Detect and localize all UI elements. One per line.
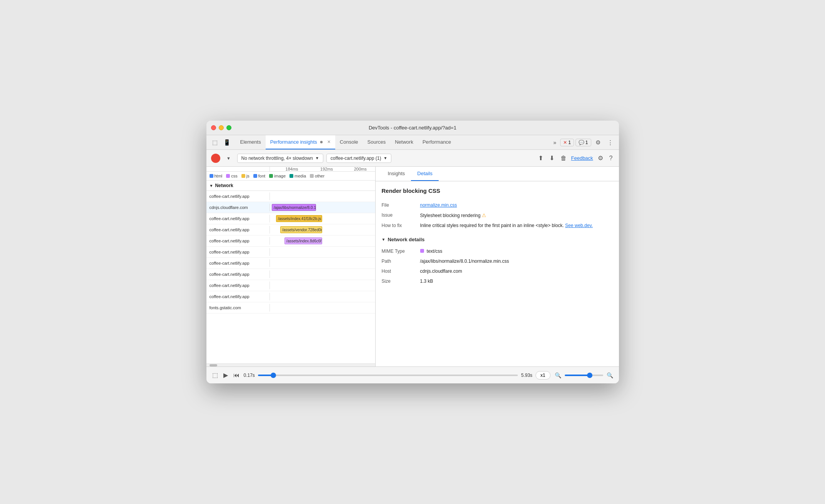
row-label: coffee-cart.netlify.app (206, 237, 270, 245)
upload-icon[interactable]: ⬆ (537, 153, 545, 163)
network-section[interactable]: ▼ Network coffee-cart.netlify.app cdnjs.… (206, 181, 375, 363)
tab-close-icon[interactable]: ✕ (327, 139, 331, 144)
path-label: Path (382, 256, 420, 266)
legend-other: other (310, 174, 324, 178)
tab-sources[interactable]: Sources (363, 135, 391, 149)
error-icon: ✕ (563, 140, 567, 145)
row-bar-area: /assets/index.41f18c2b.js (270, 213, 375, 224)
zoom-thumb[interactable] (587, 373, 592, 378)
size-value: 1.3 kB (420, 276, 613, 286)
row-bar-area: /ajax/libs/normalize/8.0.1/normalize.min… (270, 202, 375, 213)
see-webdev-link[interactable]: See web.dev. (565, 223, 593, 228)
table-row[interactable]: coffee-cart.netlify.app (206, 269, 375, 280)
table-row[interactable]: coffee-cart.netlify.app (206, 291, 375, 302)
host-row: Host cdnjs.cloudflare.com (382, 266, 613, 276)
playback-thumb[interactable] (271, 373, 276, 378)
settings2-icon[interactable]: ⚙ (596, 153, 605, 163)
more-tabs-button[interactable]: » (551, 139, 559, 146)
issue-row: Issue Stylesheet blocking rendering ⚠ (382, 210, 613, 220)
table-row[interactable]: coffee-cart.netlify.app (206, 191, 375, 202)
maximize-button[interactable] (226, 125, 231, 130)
playback-slider[interactable] (258, 375, 518, 376)
how-to-fix-row: How to fix Inline critical styles requir… (382, 220, 613, 230)
legend-html: html (210, 174, 223, 178)
zoom-in-icon[interactable]: 🔍 (605, 371, 614, 380)
tab-console[interactable]: Console (335, 135, 363, 149)
table-row[interactable]: fonts.gstatic.com (206, 302, 375, 313)
tab-performance[interactable]: Performance (418, 135, 456, 149)
css-bar[interactable]: /ajax/libs/normalize/8.0.1/normalize.min… (272, 204, 316, 211)
speed-button[interactable]: x1 (536, 371, 551, 380)
warning-icon: ⚠ (482, 212, 486, 218)
legend-bar: html css js font image (206, 172, 375, 181)
tab-bar: ⬚ 📱 Elements Performance insights ⏺ ✕ Co… (206, 135, 619, 150)
row-bar-area (270, 302, 375, 313)
row-bar-area (270, 191, 375, 202)
table-row[interactable]: coffee-cart.netlify.app /assets/vendor.7… (206, 224, 375, 235)
table-row[interactable]: cdnjs.cloudflare.com /ajax/libs/normaliz… (206, 202, 375, 213)
path-value: /ajax/libs/normalize/8.0.1/normalize.min… (420, 256, 613, 266)
network-details-header[interactable]: ▼ Network details (382, 237, 613, 242)
table-row[interactable]: coffee-cart.netlify.app (206, 280, 375, 291)
details-tab[interactable]: Details (411, 167, 439, 181)
bottom-bar: ⬚ ▶ ⏮ 0.17s 5.93s x1 🔍 🔍 (206, 366, 619, 383)
url-dropdown[interactable]: coffee-cart.netlify.app (1) ▼ (326, 154, 392, 163)
js2-bar[interactable]: /assets/vendor.728ed0d7.js (280, 226, 323, 233)
tab-elements[interactable]: Elements (236, 135, 266, 149)
play-icon[interactable]: ▶ (222, 370, 229, 380)
error-badge-button[interactable]: ✕ 1 (560, 139, 574, 146)
zoom-slider[interactable] (565, 375, 603, 376)
zoom-container: 🔍 🔍 (554, 371, 614, 380)
section-title: Render blocking CSS (382, 187, 613, 194)
js-dot (241, 174, 245, 178)
timeline-header: 184ms 192ms 200ms (206, 167, 375, 172)
tab-performance-insights[interactable]: Performance insights ⏺ ✕ (266, 135, 335, 149)
row-label: coffee-cart.netlify.app (206, 226, 270, 234)
message-badge-button[interactable]: 💬 1 (576, 139, 591, 146)
scrollbar-thumb[interactable] (210, 364, 217, 366)
close-button[interactable] (211, 125, 216, 130)
host-value: cdnjs.cloudflare.com (420, 266, 613, 276)
horizontal-scrollbar[interactable] (206, 363, 375, 366)
tab-bar-tools: ⬚ 📱 (210, 135, 233, 149)
table-row[interactable]: coffee-cart.netlify.app (206, 247, 375, 258)
row-bar-area (270, 280, 375, 291)
network-header[interactable]: ▼ Network (206, 181, 375, 191)
record-button[interactable] (211, 154, 220, 163)
file-link[interactable]: normalize.min.css (420, 202, 457, 208)
other-dot (310, 174, 314, 178)
row-bar-area: /assets/vendor.728ed0d7.js (270, 224, 375, 235)
cursor-icon[interactable]: ⬚ (210, 137, 220, 148)
table-row[interactable]: coffee-cart.netlify.app /assets/index.8d… (206, 235, 375, 247)
timeline-slider[interactable] (258, 375, 518, 376)
record-dropdown-arrow[interactable]: ▼ (223, 153, 234, 164)
help-icon[interactable]: ? (608, 153, 614, 163)
download-icon[interactable]: ⬇ (548, 153, 556, 163)
more-options-icon[interactable]: ⋮ (605, 137, 616, 148)
zoom-out-icon[interactable]: 🔍 (554, 371, 562, 380)
legend-js: js (241, 174, 249, 178)
minimize-button[interactable] (219, 125, 224, 130)
rewind-icon[interactable]: ⏮ (232, 371, 241, 380)
screenshot-icon[interactable]: ⬚ (211, 370, 219, 380)
insights-tab[interactable]: Insights (382, 167, 411, 181)
feedback-link[interactable]: Feedback (571, 155, 593, 161)
toolbar-actions: ⬆ ⬇ 🗑 Feedback ⚙ ? (537, 153, 614, 163)
throttling-dropdown[interactable]: No network throttling, 4× slowdown ▼ (237, 154, 323, 163)
tab-network[interactable]: Network (390, 135, 418, 149)
device-icon[interactable]: 📱 (222, 137, 233, 148)
detail-table: File normalize.min.css Issue Stylesheet … (382, 200, 613, 230)
css2-bar[interactable]: /assets/index.8d6c6f18.css (284, 237, 323, 244)
network-collapse-icon: ▼ (210, 184, 213, 188)
table-row[interactable]: coffee-cart.netlify.app (206, 258, 375, 269)
table-row[interactable]: coffee-cart.netlify.app /assets/index.41… (206, 213, 375, 224)
right-panel-tabs: Insights Details (376, 167, 619, 181)
mime-dot (420, 249, 424, 253)
js-bar[interactable]: /assets/index.41f18c2b.js (276, 215, 323, 222)
delete-icon[interactable]: 🗑 (559, 153, 568, 163)
settings-icon[interactable]: ⚙ (593, 137, 604, 148)
legend-font: font (253, 174, 265, 178)
ruler-tick-3: 200ms (354, 167, 367, 171)
timeline-label-col (206, 167, 270, 171)
host-label: Host (382, 266, 420, 276)
